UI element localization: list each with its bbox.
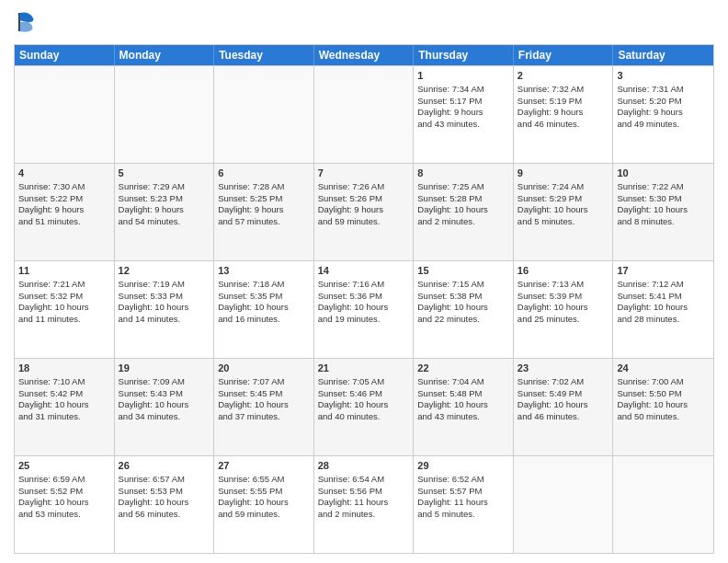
day-number: 6 — [218, 167, 310, 180]
day-info-line: Sunrise: 7:10 AM — [18, 376, 110, 388]
day-info-line: and 22 minutes. — [417, 314, 509, 326]
day-info-line: Sunrise: 7:34 AM — [417, 84, 509, 96]
day-number: 3 — [617, 69, 710, 83]
day-info-line: Sunrise: 7:21 AM — [18, 279, 110, 291]
day-number: 21 — [318, 362, 410, 375]
day-info-line: Sunset: 5:39 PM — [518, 291, 609, 303]
logo — [14, 9, 41, 39]
day-info-line: Daylight: 9 hours — [18, 204, 110, 216]
day-info-line: Sunrise: 7:00 AM — [617, 376, 710, 388]
day-info-line: Sunset: 5:17 PM — [417, 96, 509, 108]
day-info-line: Daylight: 10 hours — [417, 399, 509, 411]
day-info-line: and 46 minutes. — [518, 119, 609, 131]
calendar-body: 1Sunrise: 7:34 AMSunset: 5:17 PMDaylight… — [15, 65, 713, 553]
day-info-line: and 51 minutes. — [18, 216, 110, 228]
day-cell-10: 10Sunrise: 7:22 AMSunset: 5:30 PMDayligh… — [613, 164, 713, 260]
day-info-line: Sunrise: 6:54 AM — [318, 474, 410, 486]
day-info-line: Sunset: 5:52 PM — [18, 486, 110, 498]
day-header-monday: Monday — [115, 45, 215, 65]
day-cell-13: 13Sunrise: 7:18 AMSunset: 5:35 PMDayligh… — [214, 261, 314, 358]
header — [14, 9, 714, 39]
day-info-line: Sunrise: 7:04 AM — [417, 376, 509, 388]
day-cell-23: 23Sunrise: 7:02 AMSunset: 5:49 PMDayligh… — [514, 359, 614, 455]
day-info-line: Daylight: 9 hours — [218, 204, 310, 216]
day-info-line: Sunrise: 7:02 AM — [518, 376, 609, 388]
day-info-line: Daylight: 10 hours — [18, 302, 110, 314]
day-number: 4 — [18, 167, 110, 180]
day-number: 18 — [18, 362, 110, 375]
day-info-line: Sunset: 5:35 PM — [218, 291, 310, 303]
day-number: 24 — [617, 362, 710, 375]
day-cell-4: 4Sunrise: 7:30 AMSunset: 5:22 PMDaylight… — [15, 164, 115, 260]
day-cell-17: 17Sunrise: 7:12 AMSunset: 5:41 PMDayligh… — [613, 261, 713, 358]
day-info-line: Daylight: 10 hours — [119, 497, 210, 509]
day-header-wednesday: Wednesday — [314, 45, 415, 65]
day-info-line: Sunrise: 7:25 AM — [417, 181, 509, 193]
day-info-line: Sunset: 5:50 PM — [617, 388, 710, 400]
day-cell-19: 19Sunrise: 7:09 AMSunset: 5:43 PMDayligh… — [115, 359, 215, 455]
day-number: 11 — [18, 264, 110, 278]
day-number: 7 — [318, 167, 410, 180]
day-header-thursday: Thursday — [414, 45, 514, 65]
day-cell-20: 20Sunrise: 7:07 AMSunset: 5:45 PMDayligh… — [214, 359, 314, 455]
day-cell-12: 12Sunrise: 7:19 AMSunset: 5:33 PMDayligh… — [115, 261, 215, 358]
day-number: 5 — [119, 167, 210, 180]
day-info-line: and 46 minutes. — [518, 411, 609, 423]
day-info-line: Sunrise: 7:29 AM — [119, 181, 210, 193]
day-number: 8 — [417, 167, 509, 180]
day-number: 10 — [617, 167, 710, 180]
day-info-line: Sunrise: 7:31 AM — [617, 84, 710, 96]
day-info-line: Sunset: 5:55 PM — [218, 486, 310, 498]
logo-icon — [16, 9, 41, 35]
day-info-line: Daylight: 9 hours — [318, 204, 410, 216]
day-info-line: Daylight: 10 hours — [518, 302, 609, 314]
day-info-line: Sunrise: 7:28 AM — [218, 181, 310, 193]
day-info-line: Sunset: 5:36 PM — [318, 291, 410, 303]
day-info-line: Sunrise: 7:15 AM — [417, 279, 509, 291]
day-info-line: Daylight: 9 hours — [617, 107, 710, 119]
day-number: 22 — [417, 362, 509, 375]
day-info-line: Daylight: 10 hours — [18, 497, 110, 509]
day-info-line: and 57 minutes. — [218, 216, 310, 228]
day-info-line: Sunset: 5:53 PM — [119, 486, 210, 498]
day-info-line: and 43 minutes. — [417, 411, 509, 423]
day-info-line: and 25 minutes. — [518, 314, 609, 326]
day-number: 1 — [417, 69, 509, 83]
day-info-line: Sunrise: 6:55 AM — [218, 474, 310, 486]
day-info-line: Sunrise: 7:26 AM — [318, 181, 410, 193]
day-info-line: Sunset: 5:43 PM — [119, 388, 210, 400]
day-info-line: Daylight: 10 hours — [218, 302, 310, 314]
day-info-line: Sunset: 5:45 PM — [218, 388, 310, 400]
day-info-line: and 54 minutes. — [119, 216, 210, 228]
day-info-line: and 16 minutes. — [218, 314, 310, 326]
day-number: 28 — [318, 459, 410, 473]
day-info-line: Sunset: 5:42 PM — [18, 388, 110, 400]
day-info-line: Sunset: 5:23 PM — [119, 193, 210, 205]
day-cell-28: 28Sunrise: 6:54 AMSunset: 5:56 PMDayligh… — [314, 456, 415, 553]
day-info-line: Sunrise: 6:57 AM — [119, 474, 210, 486]
day-info-line: Daylight: 10 hours — [417, 302, 509, 314]
empty-cell — [15, 66, 115, 163]
empty-cell — [514, 456, 614, 553]
empty-cell — [115, 66, 215, 163]
day-number: 19 — [119, 362, 210, 375]
day-header-tuesday: Tuesday — [214, 45, 314, 65]
day-info-line: Daylight: 10 hours — [518, 204, 609, 216]
day-header-sunday: Sunday — [15, 45, 115, 65]
day-info-line: Sunset: 5:41 PM — [617, 291, 710, 303]
day-info-line: and 11 minutes. — [18, 314, 110, 326]
day-header-saturday: Saturday — [613, 45, 713, 65]
day-number: 17 — [617, 264, 710, 278]
day-cell-26: 26Sunrise: 6:57 AMSunset: 5:53 PMDayligh… — [115, 456, 215, 553]
day-cell-22: 22Sunrise: 7:04 AMSunset: 5:48 PMDayligh… — [414, 359, 514, 455]
day-info-line: Daylight: 10 hours — [119, 399, 210, 411]
day-info-line: Sunset: 5:28 PM — [417, 193, 509, 205]
day-info-line: Sunset: 5:56 PM — [318, 486, 410, 498]
day-info-line: Sunset: 5:22 PM — [18, 193, 110, 205]
day-cell-29: 29Sunrise: 6:52 AMSunset: 5:57 PMDayligh… — [414, 456, 514, 553]
day-cell-9: 9Sunrise: 7:24 AMSunset: 5:29 PMDaylight… — [514, 164, 614, 260]
day-number: 9 — [518, 167, 609, 180]
day-info-line: Sunrise: 6:59 AM — [18, 474, 110, 486]
calendar-header: SundayMondayTuesdayWednesdayThursdayFrid… — [15, 45, 713, 65]
day-cell-15: 15Sunrise: 7:15 AMSunset: 5:38 PMDayligh… — [414, 261, 514, 358]
